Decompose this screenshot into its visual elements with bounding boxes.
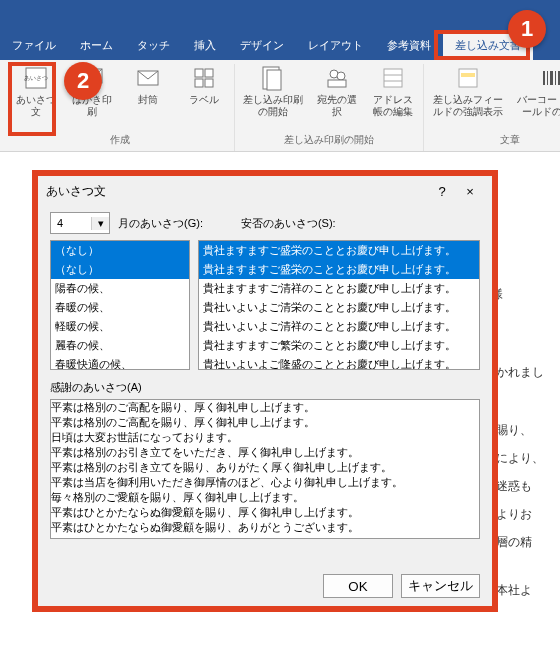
list-item[interactable]: 平素は格別のお引き立てを賜り、ありがたく厚く御礼申し上げます。 — [51, 460, 479, 475]
group-write-label: 文章 — [500, 131, 520, 151]
ribbon-group-start: 差し込み印刷の開始 宛先の選択 アドレス帳の編集 差し込み印刷の開始 — [235, 64, 424, 151]
highlight-icon — [454, 64, 482, 92]
ribbon-group-create: あいさつ あいさつ文 はがき印刷 封筒 ラベル — [6, 64, 235, 151]
anpi-label: 安否のあいさつ(S): — [241, 216, 336, 231]
barcode-icon — [538, 64, 560, 92]
tab-insert[interactable]: 挿入 — [182, 30, 228, 60]
labels-button[interactable]: ラベル — [180, 64, 228, 106]
list-item[interactable]: 春暖快適の候、 — [51, 355, 189, 370]
list-item[interactable]: 平素はひとかたならぬ御愛顧を賜り、厚く御礼申し上げます。 — [51, 505, 479, 520]
ok-button[interactable]: OK — [323, 574, 393, 598]
edit-recipients-button[interactable]: アドレス帳の編集 — [369, 64, 417, 118]
greeting-icon: あいさつ — [22, 64, 50, 92]
list-header: （なし） — [51, 241, 189, 260]
svg-rect-11 — [267, 70, 281, 90]
start-merge-button[interactable]: 差し込み印刷の開始 — [241, 64, 305, 118]
barcode-label: バーコードフィールドの挿入 — [514, 94, 560, 118]
labels-label: ラベル — [189, 94, 219, 106]
cancel-button[interactable]: キャンセル — [401, 574, 480, 598]
list-item[interactable]: 平素はひとかたならぬ御愛顧を賜り、ありがとうございます。 — [51, 520, 479, 535]
callout-1: 1 — [508, 10, 546, 48]
highlight-label: 差し込みフィールドの強調表示 — [430, 94, 506, 118]
tab-home[interactable]: ホーム — [68, 30, 125, 60]
kansha-greeting-list[interactable]: 平素は格別のご高配を賜り、厚く御礼申し上げます。 平素は格別のご高配を賜り、厚く… — [50, 399, 480, 539]
barcode-button[interactable]: バーコードフィールドの挿入 — [514, 64, 560, 118]
tab-file[interactable]: ファイル — [0, 30, 68, 60]
month-combo[interactable]: 4 ▾ — [50, 212, 110, 234]
list-item[interactable]: 貴社ますますご清祥のこととお慶び申し上げます。 — [199, 279, 479, 298]
start-merge-label: 差し込み印刷の開始 — [241, 94, 305, 118]
dialog-highlight: あいさつ文 ? × 4 ▾ 月のあいさつ(G): 安否のあいさつ(S): （なし… — [32, 170, 498, 612]
svg-rect-7 — [205, 69, 213, 77]
callout-2: 2 — [64, 62, 102, 100]
svg-rect-9 — [205, 79, 213, 87]
svg-rect-8 — [195, 79, 203, 87]
list-header: 平素は格別のご高配を賜り、厚く御礼申し上げます。 — [51, 400, 479, 415]
select-recipients-button[interactable]: 宛先の選択 — [313, 64, 361, 118]
edit-recipients-icon — [379, 64, 407, 92]
list-item[interactable]: （なし） — [51, 260, 189, 279]
list-item[interactable]: 平素は当店を御利用いただき御厚情のほど、心より御礼申し上げます。 — [51, 475, 479, 490]
greeting-button[interactable]: あいさつ あいさつ文 — [12, 64, 60, 118]
help-button[interactable]: ? — [428, 184, 456, 199]
group-create-label: 作成 — [110, 131, 130, 151]
list-item[interactable]: 平素は格別のお引き立てをいただき、厚く御礼申し上げます。 — [51, 445, 479, 460]
list-item[interactable]: 麗春の候、 — [51, 336, 189, 355]
ribbon-tabs: ファイル ホーム タッチ 挿入 デザイン レイアウト 参考資料 差し込み文書 — [0, 0, 560, 60]
dialog-titlebar: あいさつ文 ? × — [38, 176, 492, 206]
list-item[interactable]: 平素は格別のご高配を賜り、厚く御礼申し上げます。 — [51, 415, 479, 430]
list-item[interactable]: 貴社いよいよご清祥のこととお慶び申し上げます。 — [199, 317, 479, 336]
list-header: 貴社ますますご盛栄のこととお慶び申し上げます。 — [199, 241, 479, 260]
highlight-fields-button[interactable]: 差し込みフィールドの強調表示 — [430, 64, 506, 118]
month-greeting-list[interactable]: （なし） （なし） 陽春の候、 春暖の候、 軽暖の候、 麗春の候、 春暖快適の候… — [50, 240, 190, 370]
select-recipients-icon — [323, 64, 351, 92]
ribbon-group-write: 差し込みフィールドの強調表示 バーコードフィールドの挿入 文章 — [424, 64, 560, 151]
month-label: 月のあいさつ(G): — [118, 216, 203, 231]
anpi-greeting-list[interactable]: 貴社ますますご盛栄のこととお慶び申し上げます。 貴社ますますご盛栄のこととお慶び… — [198, 240, 480, 370]
svg-rect-6 — [195, 69, 203, 77]
list-item[interactable]: 毎々格別のご愛顧を賜り、厚く御礼申し上げます。 — [51, 490, 479, 505]
svg-rect-15 — [384, 69, 402, 87]
envelope-icon — [134, 64, 162, 92]
labels-icon — [190, 64, 218, 92]
month-value: 4 — [51, 217, 91, 229]
greeting-dialog: あいさつ文 ? × 4 ▾ 月のあいさつ(G): 安否のあいさつ(S): （なし… — [38, 176, 492, 606]
svg-rect-14 — [328, 80, 346, 87]
envelope-label: 封筒 — [138, 94, 158, 106]
edit-recipients-label: アドレス帳の編集 — [369, 94, 417, 118]
list-item[interactable]: 軽暖の候、 — [51, 317, 189, 336]
list-item[interactable]: 貴社いよいよご隆盛のこととお慶び申し上げます。 — [199, 355, 479, 370]
list-item[interactable]: 貴社ますますご盛栄のこととお慶び申し上げます。 — [199, 260, 479, 279]
tab-touch[interactable]: タッチ — [125, 30, 182, 60]
svg-rect-21 — [547, 71, 548, 85]
svg-rect-23 — [555, 71, 556, 85]
envelope-button[interactable]: 封筒 — [124, 64, 172, 106]
greeting-label: あいさつ文 — [12, 94, 60, 118]
group-start-label: 差し込み印刷の開始 — [284, 131, 374, 151]
svg-rect-19 — [461, 73, 475, 77]
list-item[interactable]: 貴社ますますご繁栄のこととお慶び申し上げます。 — [199, 336, 479, 355]
tab-layout[interactable]: レイアウト — [296, 30, 375, 60]
dialog-title: あいさつ文 — [46, 183, 106, 200]
svg-rect-18 — [459, 69, 477, 87]
kansha-label: 感謝のあいさつ(A) — [50, 380, 480, 395]
list-item[interactable]: 貴社いよいよご清栄のこととお慶び申し上げます。 — [199, 298, 479, 317]
svg-rect-20 — [543, 71, 545, 85]
start-merge-icon — [259, 64, 287, 92]
select-recipients-label: 宛先の選択 — [313, 94, 361, 118]
list-item[interactable]: 陽春の候、 — [51, 279, 189, 298]
svg-text:あいさつ: あいさつ — [24, 75, 48, 82]
svg-rect-22 — [550, 71, 553, 85]
tab-design[interactable]: デザイン — [228, 30, 296, 60]
close-button[interactable]: × — [456, 184, 484, 199]
dropdown-icon[interactable]: ▾ — [91, 217, 109, 230]
tab-references[interactable]: 参考資料 — [375, 30, 443, 60]
list-item[interactable]: 春暖の候、 — [51, 298, 189, 317]
svg-point-13 — [337, 72, 345, 80]
list-item[interactable]: 日頃は大変お世話になっております。 — [51, 430, 479, 445]
